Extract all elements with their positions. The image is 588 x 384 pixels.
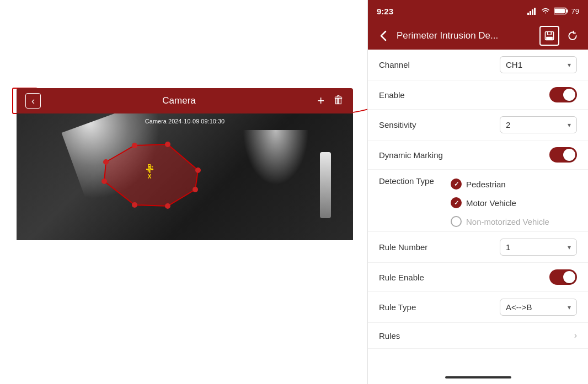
svg-text:X: X xyxy=(148,174,152,180)
save-button[interactable] xyxy=(539,26,559,46)
phone-panel: 9:23 79 xyxy=(367,0,588,384)
svg-rect-20 xyxy=(534,8,536,15)
rules-label: Rules xyxy=(379,331,451,340)
non-motorized-checkbox[interactable] xyxy=(451,216,462,227)
camera-panel: ‹ Camera + 🗑 Camera 2024-10-09 09:10:30 xyxy=(17,88,353,240)
channel-chevron-icon: ▾ xyxy=(568,61,571,69)
non-motorized-label: Non-motorized Vehicle xyxy=(466,217,549,226)
battery-icon xyxy=(554,7,568,15)
rule-type-dropdown-text: A<-->B xyxy=(506,302,532,312)
wifi-icon xyxy=(541,7,550,15)
svg-point-10 xyxy=(101,179,107,184)
detection-type-header: Detection Type Pedestrian Motor Vehicle … xyxy=(368,170,588,231)
svg-point-9 xyxy=(132,202,137,208)
rules-row[interactable]: Rules › xyxy=(368,323,588,349)
enable-value xyxy=(451,87,577,102)
nav-title: Perimeter Intrusion De... xyxy=(397,30,535,41)
dynamic-marking-value xyxy=(451,147,577,163)
dynamic-marking-label: Dynamic Marking xyxy=(379,150,451,160)
save-icon xyxy=(544,30,555,41)
signal-icon xyxy=(527,7,537,15)
svg-rect-23 xyxy=(554,9,565,13)
svg-point-11 xyxy=(103,159,109,165)
enable-toggle[interactable] xyxy=(549,87,577,102)
detection-option-non-motorized: Non-motorized Vehicle xyxy=(451,214,577,229)
pedestrian-label: Pedestrian xyxy=(466,180,506,189)
svg-rect-27 xyxy=(548,32,551,34)
nav-bar: Perimeter Intrusion De... xyxy=(368,22,588,50)
status-icons: 79 xyxy=(527,7,579,15)
enable-label: Enable xyxy=(379,90,451,100)
add-button[interactable]: + xyxy=(317,94,324,108)
svg-rect-18 xyxy=(530,11,531,15)
refresh-button[interactable] xyxy=(564,27,581,45)
sensitivity-value[interactable]: 2 ▾ xyxy=(451,116,577,133)
svg-text:R: R xyxy=(147,164,152,170)
motor-vehicle-checkbox[interactable] xyxy=(451,197,462,208)
status-bar: 9:23 79 xyxy=(368,0,588,22)
svg-point-8 xyxy=(165,203,170,209)
enable-toggle-knob xyxy=(563,89,575,101)
detection-zone: ✛ ⤢ ↕ R X xyxy=(90,140,212,214)
detection-type-label: Detection Type xyxy=(379,176,451,186)
dynamic-marking-toggle-knob xyxy=(563,149,575,161)
detection-type-section: Detection Type Pedestrian Motor Vehicle … xyxy=(368,170,588,232)
channel-dropdown-text: CH1 xyxy=(506,60,522,69)
rule-type-dropdown[interactable]: A<-->B ▾ xyxy=(500,299,577,316)
camera-header: ‹ Camera + 🗑 xyxy=(17,88,353,113)
channel-dropdown[interactable]: CH1 ▾ xyxy=(500,56,577,73)
rule-type-label: Rule Type xyxy=(379,302,451,312)
rules-chevron-icon: › xyxy=(574,331,577,340)
light-beam-2 xyxy=(243,130,309,185)
svg-point-5 xyxy=(165,142,170,147)
detection-option-pedestrian: Pedestrian xyxy=(451,176,577,192)
delete-button[interactable]: 🗑 xyxy=(333,94,344,108)
rule-number-row: Rule Number 1 ▾ xyxy=(368,232,588,263)
rule-type-chevron-icon: ▾ xyxy=(568,304,571,311)
dynamic-marking-toggle[interactable] xyxy=(549,147,577,163)
sensitivity-dropdown[interactable]: 2 ▾ xyxy=(500,116,577,133)
nav-back-button[interactable] xyxy=(375,27,392,45)
camera-title: Camera xyxy=(41,95,317,106)
battery-percent: 79 xyxy=(571,7,579,15)
camera-scene: Camera 2024-10-09 09:10:30 xyxy=(17,113,353,240)
dynamic-marking-row: Dynamic Marking xyxy=(368,140,588,170)
svg-point-6 xyxy=(195,167,201,173)
channel-row: Channel CH1 ▾ xyxy=(368,50,588,80)
svg-point-4 xyxy=(132,143,137,148)
channel-label: Channel xyxy=(379,60,451,69)
svg-rect-17 xyxy=(527,13,529,15)
camera-timestamp: Camera 2024-10-09 09:10:30 xyxy=(145,118,224,125)
rule-enable-value xyxy=(451,269,577,285)
svg-rect-22 xyxy=(566,9,568,13)
enable-row: Enable xyxy=(368,80,588,110)
pedestrian-checkbox[interactable] xyxy=(451,179,462,190)
refresh-icon xyxy=(567,30,578,41)
rule-number-dropdown-text: 1 xyxy=(506,242,510,252)
sensitivity-label: Sensitivity xyxy=(379,120,451,129)
detection-option-motor-vehicle: Motor Vehicle xyxy=(451,195,577,210)
camera-view: Camera 2024-10-09 09:10:30 xyxy=(17,113,353,240)
svg-point-7 xyxy=(193,187,198,192)
rule-number-dropdown[interactable]: 1 ▾ xyxy=(500,239,577,256)
light-bar xyxy=(320,152,331,218)
rule-enable-label: Rule Enable xyxy=(379,273,451,282)
home-indicator xyxy=(445,376,511,378)
camera-back-button[interactable]: ‹ xyxy=(25,93,41,109)
settings-list: Channel CH1 ▾ Enable Sensitivity 2 xyxy=(368,50,588,349)
rule-type-value[interactable]: A<-->B ▾ xyxy=(451,299,577,316)
sensitivity-row: Sensitivity 2 ▾ xyxy=(368,110,588,140)
svg-rect-19 xyxy=(532,9,533,15)
detection-options: Pedestrian Motor Vehicle Non-motorized V… xyxy=(451,176,577,229)
channel-value[interactable]: CH1 ▾ xyxy=(451,56,577,73)
rule-enable-toggle[interactable] xyxy=(549,269,577,285)
motor-vehicle-label: Motor Vehicle xyxy=(466,198,516,208)
rule-number-label: Rule Number xyxy=(379,242,451,252)
rule-type-row: Rule Type A<-->B ▾ xyxy=(368,292,588,323)
rule-number-chevron-icon: ▾ xyxy=(568,244,571,251)
sensitivity-chevron-icon: ▾ xyxy=(568,121,571,129)
rule-number-value[interactable]: 1 ▾ xyxy=(451,239,577,256)
rule-enable-row: Rule Enable xyxy=(368,263,588,292)
status-time: 9:23 xyxy=(377,7,393,16)
sensitivity-dropdown-text: 2 xyxy=(506,120,510,129)
